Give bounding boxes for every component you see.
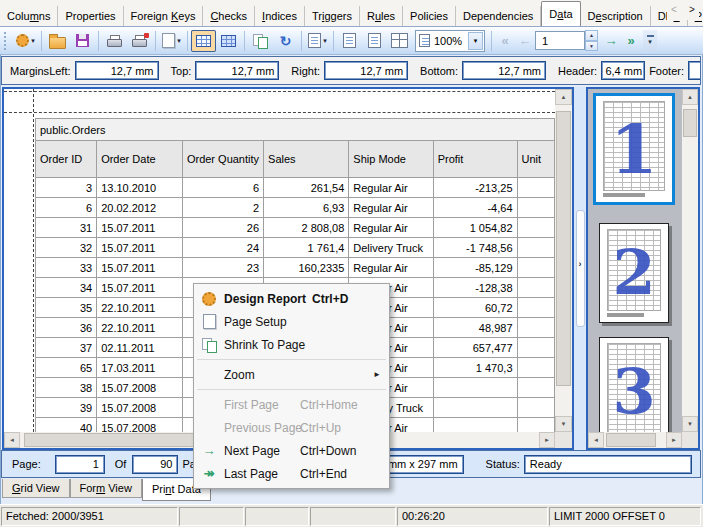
report-cell: 40 — [36, 418, 97, 433]
next-page-icon: → — [194, 443, 224, 458]
menu-item-last-page[interactable]: ↠Last PageCtrl+End — [194, 462, 389, 485]
whole-page-button[interactable] — [362, 30, 387, 52]
tab-foreign-keys[interactable]: Foreign Keys — [124, 6, 204, 26]
tab-triggers[interactable]: Triggers — [305, 6, 360, 26]
menu-item-design-report[interactable]: Design ReportCtrl+D — [194, 287, 389, 310]
margin-field-left-[interactable]: 12,7 mm — [75, 61, 159, 80]
splitter-collapse-icon[interactable]: › — [576, 259, 584, 269]
scroll-left-icon[interactable]: ◄ — [4, 432, 20, 448]
menu-item-zoom[interactable]: Zoom► — [194, 363, 389, 386]
report-cell: 60,72 — [433, 298, 517, 318]
margin-field-right-[interactable]: 12,7 mm — [324, 61, 408, 80]
report-cell: -213,25 — [433, 178, 517, 198]
scrollbar-thumb[interactable] — [556, 111, 571, 386]
tab-columns[interactable]: Columns — [0, 6, 58, 26]
design-report-button[interactable]: ▾ — [13, 30, 38, 52]
report-cell: 15.07.2011 — [97, 238, 183, 258]
dropdown-caret-icon[interactable]: ▾ — [31, 37, 35, 45]
tab-scroll-right-icon[interactable]: > — [685, 4, 699, 20]
thumbnail-page-number: 1 — [596, 96, 672, 202]
refresh-button[interactable]: ↻ — [273, 30, 298, 52]
page-thumbnail-3[interactable]: 3 — [599, 337, 669, 432]
report-column-header: Order Date — [97, 141, 183, 178]
report-cell: 15.07.2011 — [97, 258, 183, 278]
report-cell: Delivery Truck — [349, 238, 433, 258]
toolbar-overflow-button[interactable]: ▾ — [643, 30, 657, 51]
status-cell: 00:26:20 — [397, 507, 548, 526]
view-options-button[interactable]: ▾ — [305, 30, 330, 52]
scroll-down-icon[interactable]: ▼ — [682, 416, 698, 432]
scrollbar-thumb[interactable] — [683, 109, 697, 137]
print-setup-button[interactable] — [127, 30, 152, 52]
last-page-button[interactable]: » — [621, 30, 641, 51]
page-number-spinner: ▲ ▼ — [585, 30, 598, 51]
scroll-down-icon[interactable]: ▼ — [555, 416, 572, 432]
tab-indices[interactable]: Indices — [255, 6, 305, 26]
scroll-left-icon[interactable]: ◄ — [588, 432, 604, 448]
scroll-up-icon[interactable]: ▲ — [555, 89, 572, 105]
zoom-combo[interactable]: 100% ▾ — [415, 30, 485, 52]
save-button[interactable] — [70, 30, 95, 52]
tab-dependencies[interactable]: Dependencies — [456, 6, 541, 26]
print-button[interactable] — [102, 30, 127, 52]
dropdown-caret-icon[interactable]: ▾ — [177, 37, 181, 45]
dropdown-caret-icon[interactable]: ▾ — [323, 37, 327, 45]
menu-item-shortcut: Ctrl+D — [312, 292, 348, 306]
first-page-button[interactable]: « — [495, 30, 515, 51]
scroll-right-icon[interactable]: ► — [539, 432, 555, 448]
status-cell — [245, 507, 309, 526]
tab-data[interactable]: Data — [541, 1, 580, 26]
tab-description[interactable]: Description — [581, 6, 651, 26]
tab-checks[interactable]: Checks — [203, 6, 255, 26]
tab-scroll-left-icon[interactable]: < — [667, 4, 681, 20]
scroll-up-icon[interactable]: ▲ — [682, 89, 698, 105]
report-cell: 13.10.2010 — [97, 178, 183, 198]
tab-form-view[interactable]: Form View — [70, 479, 142, 498]
scrollbar-track[interactable] — [555, 105, 572, 416]
spin-down-icon[interactable]: ▼ — [585, 41, 598, 52]
menu-item-page-setup[interactable]: Page Setup — [194, 310, 389, 333]
grid-icon — [196, 35, 211, 47]
report-cell — [517, 278, 554, 298]
current-page-field[interactable]: 1 — [55, 455, 105, 474]
status-cell — [310, 507, 396, 526]
previous-page-button[interactable]: ← — [515, 30, 535, 51]
margin-field-header-[interactable]: 6,4 mm — [601, 61, 645, 80]
new-report-button[interactable]: ▾ — [159, 30, 184, 52]
margin-label-right-: Right: — [291, 65, 320, 77]
copy-button[interactable] — [248, 30, 273, 52]
tab-rules[interactable]: Rules — [360, 6, 403, 26]
tab-properties[interactable]: Properties — [58, 6, 123, 26]
fit-page-width-button[interactable] — [337, 30, 362, 52]
multiple-pages-button[interactable] — [387, 30, 412, 52]
scrollbar-thumb[interactable] — [606, 433, 656, 447]
margin-field-top-[interactable]: 12,7 mm — [195, 61, 279, 80]
menu-item-next-page[interactable]: →Next PageCtrl+Down — [194, 439, 389, 462]
page-thumbnail-1[interactable]: 1 — [593, 93, 675, 205]
report-cell: 02.11.2011 — [97, 338, 183, 358]
spin-up-icon[interactable]: ▲ — [585, 30, 598, 41]
report-cell — [517, 198, 554, 218]
margin-field-bottom-[interactable]: 12,7 mm — [462, 61, 546, 80]
toolbar-separator — [333, 31, 334, 51]
menu-item-shrink-to-page[interactable]: Shrink To Page — [194, 333, 389, 356]
scroll-right-icon[interactable]: ► — [666, 432, 682, 448]
zoom-dropdown-icon[interactable]: ▾ — [468, 32, 483, 50]
grid-view-button[interactable] — [191, 30, 216, 52]
open-button[interactable] — [45, 30, 70, 52]
menu-separator — [197, 389, 386, 390]
tab-policies[interactable]: Policies — [403, 6, 456, 26]
report-cell: 15.07.2008 — [97, 418, 183, 433]
margin-field-footer-[interactable] — [688, 61, 701, 80]
next-page-button[interactable]: → — [601, 30, 621, 51]
page-label: Page: — [12, 458, 41, 470]
toolbar-grip[interactable] — [4, 32, 9, 50]
panel-splitter[interactable]: › — [574, 87, 586, 450]
summary-view-button[interactable] — [216, 30, 241, 52]
page-number-input[interactable] — [535, 31, 585, 50]
menu-item-label: Last Page — [224, 467, 300, 481]
menu-item-previous-page: Previous PageCtrl+Up — [194, 416, 389, 439]
tab-grid-view[interactable]: Grid View — [2, 479, 70, 498]
zoom-page-icon — [419, 34, 430, 47]
page-thumbnail-2[interactable]: 2 — [599, 223, 669, 323]
